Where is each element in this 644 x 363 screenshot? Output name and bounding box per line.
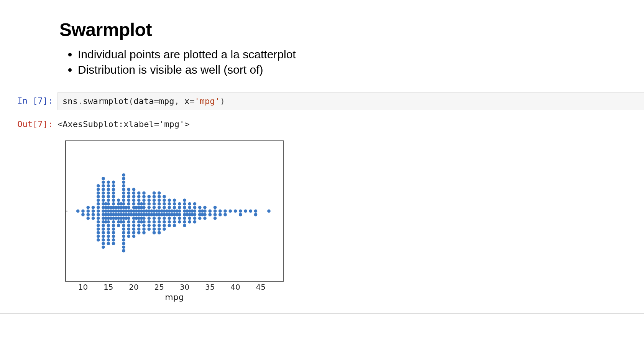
svg-point-115	[122, 202, 125, 206]
svg-point-199	[142, 191, 146, 195]
svg-point-313	[203, 206, 207, 209]
svg-point-276	[178, 213, 181, 216]
svg-point-239	[158, 191, 161, 195]
svg-point-147	[127, 191, 130, 195]
svg-point-275	[178, 210, 181, 213]
x-tick-label: 45	[256, 282, 266, 292]
svg-point-257	[168, 206, 171, 209]
svg-point-17	[97, 199, 100, 202]
svg-point-127	[122, 181, 125, 184]
svg-point-179	[137, 195, 141, 198]
svg-point-235	[158, 199, 161, 202]
svg-point-272	[173, 224, 176, 227]
svg-point-231	[158, 206, 161, 209]
svg-point-21	[97, 191, 100, 195]
svg-point-324	[223, 213, 227, 216]
svg-point-22	[97, 231, 100, 234]
svg-point-7	[92, 210, 95, 213]
svg-point-220	[153, 220, 156, 224]
svg-point-177	[137, 199, 141, 202]
svg-point-217	[153, 206, 156, 209]
svg-point-207	[147, 202, 151, 206]
svg-point-178	[137, 224, 141, 227]
svg-point-118	[122, 224, 125, 227]
svg-point-315	[208, 210, 212, 213]
x-tick-label: 20	[129, 282, 138, 292]
x-axis-label: mpg	[65, 292, 284, 302]
svg-point-182	[137, 231, 141, 234]
svg-point-70	[107, 242, 110, 245]
svg-point-286	[183, 220, 186, 224]
svg-point-148	[127, 231, 130, 234]
svg-point-271	[173, 199, 176, 202]
svg-point-208	[147, 220, 151, 224]
svg-point-20	[97, 228, 100, 231]
svg-point-26	[97, 238, 100, 242]
svg-point-45	[102, 177, 105, 180]
svg-point-61	[107, 195, 110, 198]
svg-point-62	[107, 228, 110, 231]
svg-point-12	[97, 213, 100, 216]
svg-point-237	[158, 195, 161, 198]
svg-point-333	[267, 210, 271, 213]
svg-point-294	[188, 217, 191, 220]
svg-point-329	[244, 210, 247, 213]
svg-point-194	[142, 220, 146, 224]
svg-point-44	[102, 242, 105, 245]
svg-point-302	[193, 217, 197, 220]
svg-point-149	[127, 188, 130, 191]
svg-point-211	[147, 195, 151, 198]
svg-point-4	[86, 213, 90, 216]
svg-point-57	[107, 202, 110, 206]
svg-point-150	[127, 235, 130, 238]
svg-point-318	[214, 213, 217, 216]
svg-point-262	[168, 224, 171, 227]
svg-point-296	[188, 220, 191, 224]
svg-point-116	[122, 220, 125, 224]
svg-point-92	[112, 242, 115, 245]
svg-point-158	[132, 220, 136, 224]
svg-point-60	[107, 224, 110, 227]
svg-point-39	[102, 188, 105, 191]
svg-point-295	[188, 202, 191, 206]
svg-point-143	[127, 199, 130, 202]
svg-point-2	[81, 213, 85, 216]
svg-point-181	[137, 191, 141, 195]
svg-point-128	[122, 242, 125, 245]
svg-point-250	[163, 224, 166, 227]
plot-output: 1015202530354045 mpg	[65, 140, 644, 302]
svg-point-35	[102, 195, 105, 198]
svg-point-325	[228, 210, 232, 213]
svg-point-3	[86, 210, 90, 213]
svg-point-1	[81, 210, 85, 213]
svg-point-103	[117, 199, 120, 202]
x-tick-labels: 1015202530354045	[65, 282, 284, 291]
svg-point-269	[173, 202, 176, 206]
svg-point-122	[122, 231, 125, 234]
x-tick-label: 35	[205, 282, 215, 292]
svg-point-232	[158, 217, 161, 220]
code-cell: In [7]: sns.swarmplot(data=mpg, x='mpg')	[0, 92, 644, 110]
code-input[interactable]: sns.swarmplot(data=mpg, x='mpg')	[58, 92, 644, 110]
svg-point-79	[112, 202, 115, 206]
section-heading: Swarmplot	[59, 19, 629, 40]
svg-point-197	[142, 195, 146, 198]
svg-point-88	[112, 235, 115, 238]
svg-point-240	[158, 231, 161, 234]
svg-point-33	[102, 199, 105, 202]
svg-point-311	[203, 210, 207, 213]
svg-point-300	[193, 213, 197, 216]
svg-point-0	[76, 210, 80, 213]
svg-point-314	[203, 217, 207, 220]
svg-point-24	[97, 235, 100, 238]
markdown-cell: Swarmplot Individual points are plotted …	[59, 19, 629, 77]
svg-point-224	[153, 228, 156, 231]
svg-point-245	[163, 206, 166, 209]
svg-point-219	[153, 202, 156, 206]
svg-point-209	[147, 199, 151, 202]
bullet-item: Distribution is visible as well (sort of…	[78, 63, 629, 77]
svg-point-238	[158, 228, 161, 231]
svg-point-140	[127, 217, 130, 220]
divider	[0, 313, 644, 314]
svg-point-233	[158, 202, 161, 206]
